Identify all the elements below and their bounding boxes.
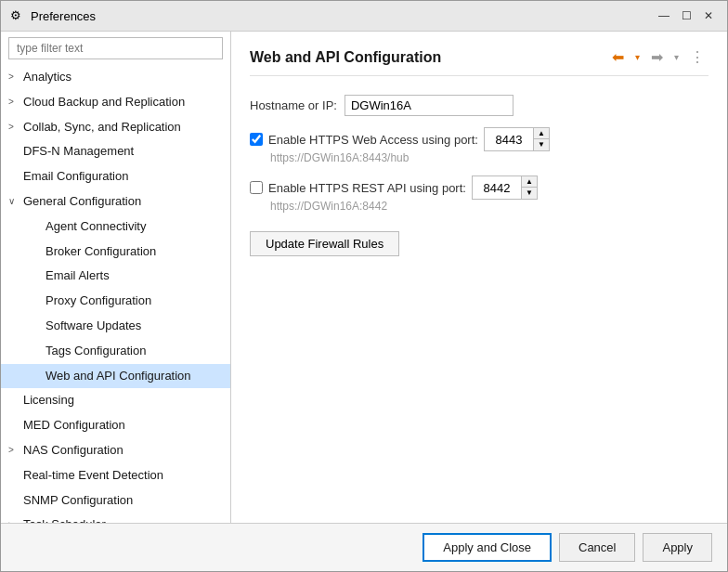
https-rest-label: Enable HTTPS REST API using port:: [268, 181, 466, 195]
tree-item-label: NAS Configuration: [23, 441, 124, 461]
https-rest-port-btns: ▲ ▼: [521, 176, 537, 199]
apply-close-button[interactable]: Apply and Close: [422, 533, 552, 562]
title-bar: ⚙ Preferences — ☐ ✕: [1, 1, 727, 32]
apply-button[interactable]: Apply: [643, 533, 712, 562]
footer: Apply and Close Cancel Apply: [1, 523, 727, 571]
panel-title: Web and API Configuration: [250, 49, 441, 66]
expand-arrow: >: [8, 443, 20, 458]
tree-item-label: Broker Configuration: [46, 242, 156, 262]
tree-item-label: General Configuration: [23, 192, 141, 212]
maximize-button[interactable]: ☐: [677, 6, 696, 25]
https-web-row: Enable HTTPS Web Access using port: ▲ ▼: [250, 127, 708, 151]
tree-container: >Analytics>Cloud Backup and Replication>…: [1, 65, 230, 523]
https-rest-port-up[interactable]: ▲: [522, 176, 537, 188]
panel-toolbar: ⬅ ▾ ➡ ▾ ⋮: [608, 46, 708, 68]
window-title: Preferences: [31, 9, 96, 23]
tree-item-licensing[interactable]: Licensing: [1, 388, 230, 413]
tree-item-broker-config[interactable]: Broker Configuration: [1, 240, 230, 265]
back-icon: ⬅: [612, 48, 624, 66]
tree-item-email-config[interactable]: Email Configuration: [1, 164, 230, 189]
https-web-label: Enable HTTPS Web Access using port:: [268, 133, 478, 147]
expand-arrow: >: [8, 120, 20, 135]
tree-item-label: Email Configuration: [23, 167, 128, 187]
https-rest-row: Enable HTTPS REST API using port: ▲ ▼: [250, 176, 708, 200]
tree-item-label: Real-time Event Detection: [23, 466, 163, 486]
panel-header: Web and API Configuration ⬅ ▾ ➡ ▾: [250, 46, 708, 76]
cancel-button[interactable]: Cancel: [559, 533, 635, 562]
tree-item-cloud-backup[interactable]: >Cloud Backup and Replication: [1, 90, 230, 115]
left-panel: >Analytics>Cloud Backup and Replication>…: [1, 32, 231, 523]
title-bar-left: ⚙ Preferences: [10, 8, 96, 23]
expand-arrow: >: [8, 95, 20, 110]
tree-item-label: Licensing: [23, 391, 74, 410]
tree-item-label: Proxy Configuration: [46, 292, 151, 311]
https-web-port-spinner: ▲ ▼: [484, 127, 550, 151]
window-icon: ⚙: [10, 8, 25, 23]
update-firewall-button[interactable]: Update Firewall Rules: [250, 231, 399, 256]
preferences-window: ⚙ Preferences — ☐ ✕ >Analytics>Cloud Bac…: [0, 0, 728, 572]
tree-item-nas-config[interactable]: >NAS Configuration: [1, 438, 230, 463]
https-web-port-down[interactable]: ▼: [534, 139, 549, 150]
tree-item-label: Tags Configuration: [46, 342, 146, 361]
back-dropdown-button[interactable]: ▾: [631, 50, 644, 64]
forward-button[interactable]: ➡: [647, 46, 667, 68]
hostname-input[interactable]: [344, 95, 514, 116]
tree-item-label: Cloud Backup and Replication: [23, 93, 185, 112]
tree-item-proxy-config[interactable]: Proxy Configuration: [1, 289, 230, 314]
tree-item-label: SNMP Configuration: [23, 491, 133, 511]
https-rest-port-spinner: ▲ ▼: [472, 176, 538, 200]
tree-item-label: DFS-N Management: [23, 142, 134, 162]
tree-item-agent-connectivity[interactable]: Agent Connectivity: [1, 214, 230, 240]
tree-item-general-config[interactable]: ∨General Configuration: [1, 189, 230, 214]
https-rest-port-down[interactable]: ▼: [522, 188, 537, 199]
tree-item-label: Analytics: [23, 68, 72, 87]
back-button[interactable]: ⬅: [608, 46, 628, 68]
forward-icon: ➡: [651, 48, 663, 66]
tree-item-dfs-n[interactable]: DFS-N Management: [1, 139, 230, 164]
close-button[interactable]: ✕: [699, 6, 718, 25]
hostname-row: Hostname or IP:: [250, 95, 708, 116]
tree-item-collab-sync[interactable]: >Collab, Sync, and Replication: [1, 115, 230, 140]
https-rest-hint: https://DGWin16A:8442: [250, 200, 708, 213]
tree-item-analytics[interactable]: >Analytics: [1, 65, 230, 90]
tree-item-web-api-config[interactable]: Web and API Configuration: [1, 364, 230, 389]
expand-arrow: >: [8, 70, 20, 84]
tree-item-label: Agent Connectivity: [46, 217, 146, 237]
https-web-port-input[interactable]: [485, 128, 533, 150]
forward-dropdown-button[interactable]: ▾: [670, 50, 682, 64]
tree-item-email-alerts[interactable]: Email Alerts: [1, 264, 230, 289]
minimize-button[interactable]: —: [655, 6, 673, 25]
form-section: Hostname or IP: Enable HTTPS Web Access …: [250, 95, 708, 256]
main-content: >Analytics>Cloud Backup and Replication>…: [1, 32, 727, 523]
tree-item-label: Email Alerts: [46, 266, 110, 286]
tree-item-label: Web and API Configuration: [46, 367, 191, 386]
expand-arrow: ∨: [8, 194, 20, 209]
https-rest-port-input[interactable]: [473, 176, 521, 199]
tree-item-label: MED Configuration: [23, 416, 125, 436]
https-rest-section: Enable HTTPS REST API using port: ▲ ▼ ht…: [250, 176, 708, 213]
https-web-hint: https://DGWin16A:8443/hub: [250, 151, 708, 164]
right-panel: Web and API Configuration ⬅ ▾ ➡ ▾: [231, 32, 727, 523]
tree-item-realtime-event[interactable]: Real-time Event Detection: [1, 463, 230, 488]
hostname-label: Hostname or IP:: [250, 98, 337, 112]
https-web-port-btns: ▲ ▼: [533, 128, 549, 150]
tree-item-tags-config[interactable]: Tags Configuration: [1, 339, 230, 364]
dropdown-icon: ▾: [635, 52, 640, 62]
tree-item-software-updates[interactable]: Software Updates: [1, 314, 230, 339]
tree-item-snmp-config[interactable]: SNMP Configuration: [1, 488, 230, 514]
tree-item-med-config[interactable]: MED Configuration: [1, 413, 230, 438]
tree-item-label: Task Scheduler: [23, 515, 106, 523]
https-rest-checkbox[interactable]: [250, 181, 263, 194]
https-web-section: Enable HTTPS Web Access using port: ▲ ▼ …: [250, 127, 708, 164]
title-bar-controls: — ☐ ✕: [655, 6, 718, 25]
more-button[interactable]: ⋮: [686, 46, 708, 68]
filter-input[interactable]: [8, 37, 223, 59]
tree-item-label: Collab, Sync, and Replication: [23, 118, 181, 137]
tree-item-label: Software Updates: [46, 317, 141, 336]
https-web-checkbox[interactable]: [250, 133, 263, 146]
https-web-port-up[interactable]: ▲: [534, 128, 549, 139]
tree-item-task-scheduler[interactable]: >Task Scheduler: [1, 513, 230, 523]
more-icon: ⋮: [690, 48, 705, 66]
dropdown-icon2: ▾: [674, 52, 679, 62]
update-firewall-wrapper: Update Firewall Rules: [250, 224, 708, 256]
